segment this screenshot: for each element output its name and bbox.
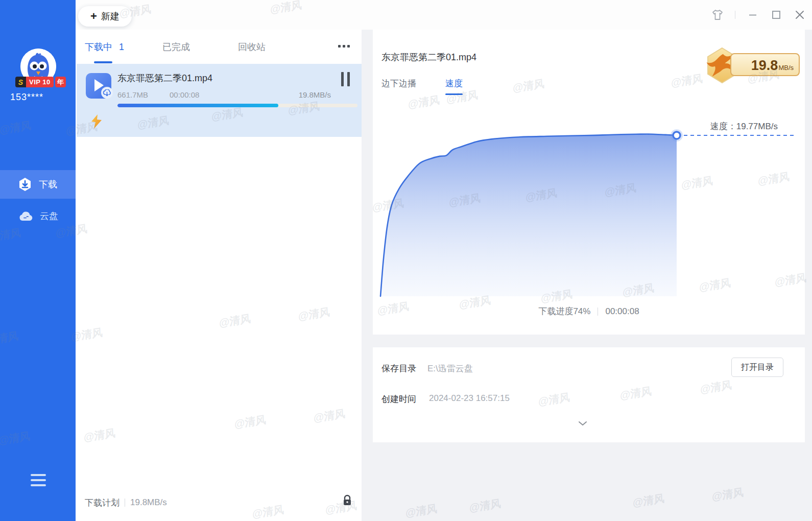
speed-badge: 19.8 MB/s [730,53,800,76]
sidebar: S VIP 10 年 153**** 下载 云盘 [0,0,76,521]
download-list-panel: 下载中 1 已完成 回收站 东京罪恶第二季01.mp4 661.7MB 00:0… [76,30,362,521]
more-horizontal-icon[interactable] [338,45,350,48]
new-task-label: 新建 [101,10,120,22]
tab-downloading[interactable]: 下载中 1 [85,41,124,53]
tab-label: 速度 [445,79,463,88]
sidebar-item-label: 云盘 [40,210,58,222]
download-plan-label: 下载计划 [85,497,120,509]
detail-file-name: 东京罪恶第二季01.mp4 [381,51,476,63]
elapsed-time: 00:00:08 [605,306,639,317]
cloud-drive-icon [18,210,33,222]
close-icon[interactable] [794,9,806,21]
pause-button[interactable] [341,72,353,86]
theme-skin-icon[interactable] [711,9,724,21]
vip-year-label: 年 [55,77,66,87]
cloud-download-icon [101,87,113,99]
created-time-label: 创建时间 [381,393,416,405]
lock-icon[interactable] [342,494,352,509]
minimize-icon[interactable] [747,9,759,21]
username: 153**** [0,92,76,103]
play-icon[interactable] [86,73,111,99]
tab-label: 边下边播 [381,79,416,88]
tab-count-badge: 1 [119,42,124,52]
download-speed: 19.8MB/s [299,90,331,99]
detail-panel: 东京罪恶第二季01.mp4 19.8 MB/s 边下边播 速度 [362,30,812,521]
tab-label: 下载中 [85,42,112,52]
save-dir-label: 保存目录 [381,363,416,374]
save-dir-value: E:\迅雷云盘 [427,363,473,374]
tab-label: 已完成 [162,42,190,52]
tab-completed[interactable]: 已完成 [162,41,190,53]
elapsed-time: 00:00:08 [170,90,199,99]
speed-annotation: 速度：19.77MB/s [710,121,778,132]
chevron-down-icon[interactable] [578,419,587,428]
file-size: 661.7MB [117,90,148,99]
progress-fill [117,104,278,107]
speed-badge-value: 19.8 [751,58,778,74]
speed-badge-unit: MB/s [778,64,794,72]
active-tab-underline [94,61,112,63]
vip-s-icon: S [15,77,26,87]
speed-detail-card: 东京罪恶第二季01.mp4 19.8 MB/s 边下边播 速度 [373,30,805,335]
list-tabs: 下载中 1 已完成 回收站 [76,30,362,63]
lightning-boost-icon[interactable] [90,114,103,131]
hamburger-menu-icon[interactable] [31,474,46,486]
file-info-card: 保存目录 E:\迅雷云盘 打开目录 创建时间 2024-02-23 16:57:… [373,347,805,442]
open-directory-button[interactable]: 打开目录 [731,358,783,377]
progress-bar [117,104,357,107]
tab-play-while-downloading[interactable]: 边下边播 [381,78,416,89]
file-name: 东京罪恶第二季01.mp4 [117,72,212,84]
plus-icon: + [90,11,97,22]
plan-speed: 19.8MB/s [130,498,167,508]
footer-divider [598,307,598,316]
sidebar-item-cloud-drive[interactable]: 云盘 [0,202,76,230]
window-controls [711,0,806,30]
vip-badge[interactable]: S VIP 10 年 [15,77,66,87]
active-detail-tab-underline [445,93,463,95]
new-task-button[interactable]: + 新建 [78,6,132,27]
sidebar-item-download[interactable]: 下载 [0,170,76,199]
tab-speed[interactable]: 速度 [445,78,463,89]
progress-percent-label: 下载进度74% [538,305,590,317]
download-plan-bar[interactable]: 下载计划 19.8MB/s [85,493,352,512]
download-hexagon-icon [18,177,32,192]
title-bar: + 新建 [76,0,812,30]
download-task-row[interactable]: 东京罪恶第二季01.mp4 661.7MB 00:00:08 19.8MB/s [77,64,362,137]
created-time-value: 2024-02-23 16:57:15 [429,393,510,404]
file-meta: 661.7MB 00:00:08 19.8MB/s [117,90,357,99]
vip-label: VIP 10 [26,77,54,87]
footer-divider [125,499,125,507]
chart-footer: 下载进度74% 00:00:08 [373,305,805,317]
sidebar-item-label: 下载 [39,178,57,191]
tab-recycle-bin[interactable]: 回收站 [238,41,266,53]
tab-label: 回收站 [238,42,266,52]
controls-divider [735,11,735,19]
maximize-icon[interactable] [770,9,782,21]
